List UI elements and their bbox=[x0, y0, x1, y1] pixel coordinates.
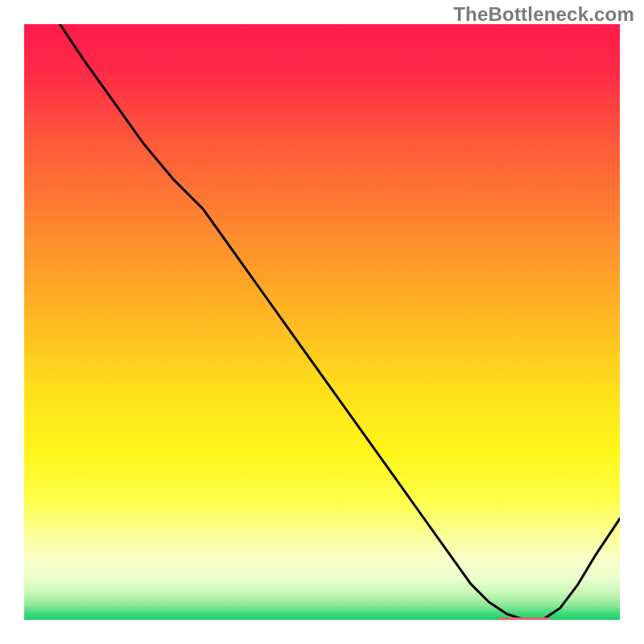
chart-stage: TheBottleneck.com bbox=[0, 0, 644, 644]
plot-area bbox=[24, 24, 620, 620]
gradient-background bbox=[24, 24, 620, 620]
watermark-text: TheBottleneck.com bbox=[453, 3, 634, 26]
chart-svg bbox=[24, 24, 620, 620]
